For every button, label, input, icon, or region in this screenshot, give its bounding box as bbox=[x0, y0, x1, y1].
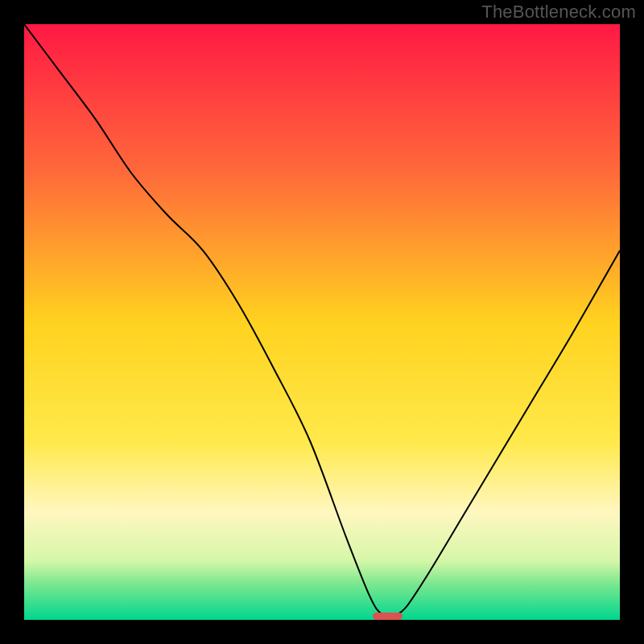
chart-frame: TheBottleneck.com bbox=[0, 0, 644, 644]
optimal-point-marker bbox=[373, 613, 402, 620]
plot-area bbox=[24, 24, 620, 620]
watermark-text: TheBottleneck.com bbox=[481, 2, 636, 23]
bottleneck-curve bbox=[24, 24, 620, 620]
